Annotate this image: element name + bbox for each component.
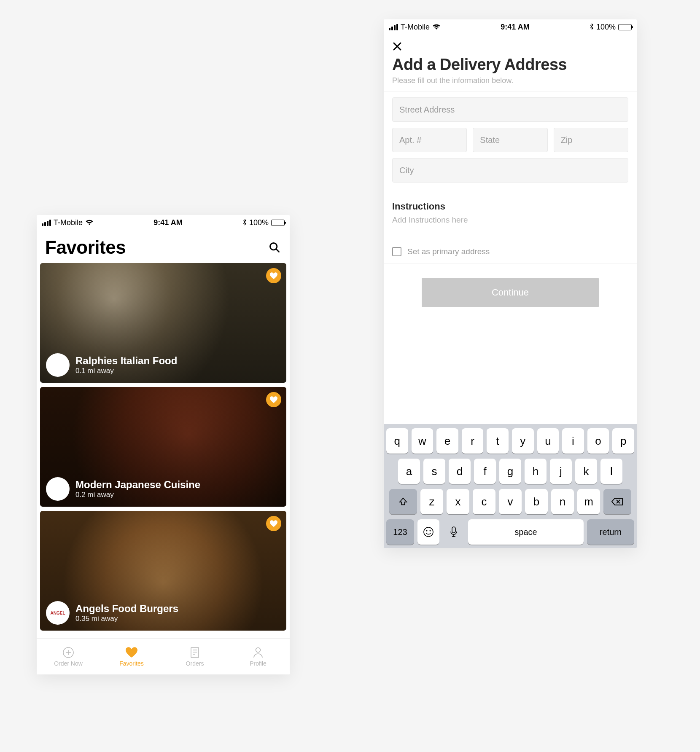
key-k[interactable]: k [575, 459, 597, 484]
key-row-3: z x c v b n m [386, 489, 634, 514]
key-h[interactable]: h [525, 459, 547, 484]
heart-icon [270, 272, 277, 279]
svg-rect-5 [191, 647, 199, 658]
key-f[interactable]: f [474, 459, 496, 484]
key-a[interactable]: a [398, 459, 420, 484]
receipt-icon [189, 647, 201, 658]
key-q[interactable]: q [386, 428, 408, 454]
clock-label: 9:41 AM [501, 23, 529, 32]
key-p[interactable]: p [612, 428, 634, 454]
zip-field[interactable]: Zip [554, 128, 628, 152]
restaurant-card[interactable]: Ralphies Italian Food 0.1 mi away [40, 263, 286, 383]
key-d[interactable]: d [449, 459, 471, 484]
backspace-key[interactable] [603, 489, 631, 514]
key-u[interactable]: u [537, 428, 559, 454]
space-key[interactable]: space [468, 519, 584, 545]
street-placeholder: Street Address [399, 105, 455, 115]
emoji-key[interactable] [417, 519, 439, 545]
apt-placeholder: Apt. # [399, 135, 421, 145]
key-s[interactable]: s [423, 459, 445, 484]
city-field[interactable]: City [392, 158, 628, 183]
restaurant-name: Ralphies Italian Food [75, 355, 177, 367]
backspace-icon [611, 497, 623, 506]
key-n[interactable]: n [551, 489, 574, 514]
tab-label: Order Now [54, 660, 83, 667]
restaurant-card[interactable]: Modern Japanese Cuisine 0.2 mi away [40, 387, 286, 507]
primary-label: Set as primary address [407, 247, 490, 256]
plus-circle-icon [62, 647, 74, 658]
continue-button[interactable]: Continue [422, 278, 599, 307]
key-v[interactable]: v [499, 489, 522, 514]
favorite-toggle[interactable] [266, 268, 281, 283]
signal-icon [42, 220, 51, 226]
shift-key[interactable] [389, 489, 417, 514]
favorite-toggle[interactable] [266, 516, 281, 531]
svg-point-9 [256, 647, 261, 652]
shift-icon [398, 497, 408, 506]
key-j[interactable]: j [550, 459, 572, 484]
favorite-toggle[interactable] [266, 392, 281, 407]
page-title: Favorites [45, 237, 126, 258]
tab-label: Profile [250, 660, 267, 667]
clock-label: 9:41 AM [153, 218, 182, 227]
favorites-list: Ralphies Italian Food 0.1 mi away Modern… [37, 263, 290, 631]
instructions-field[interactable]: Add Instructions here [384, 215, 637, 240]
key-e[interactable]: e [436, 428, 458, 454]
key-t[interactable]: t [487, 428, 509, 454]
address-form: Street Address Apt. # State Zip City [384, 91, 637, 194]
svg-line-1 [276, 249, 279, 252]
carrier-label: T-Mobile [401, 23, 430, 32]
key-o[interactable]: o [587, 428, 609, 454]
battery-pct-label: 100% [596, 23, 616, 32]
bluetooth-icon [242, 219, 247, 226]
key-m[interactable]: m [577, 489, 600, 514]
tab-label: Favorites [119, 660, 144, 667]
restaurant-logo [46, 477, 70, 501]
bluetooth-icon [590, 23, 594, 31]
tab-label: Orders [186, 660, 204, 667]
key-y[interactable]: y [512, 428, 534, 454]
search-button[interactable] [268, 241, 281, 254]
favorites-screen: T-Mobile 9:41 AM 100% Favorites [37, 215, 290, 674]
wifi-icon [432, 24, 441, 30]
numbers-key[interactable]: 123 [386, 519, 414, 545]
key-i[interactable]: i [562, 428, 584, 454]
restaurant-card[interactable]: ANGEL Angels Food Burgers 0.35 mi away [40, 511, 286, 631]
key-b[interactable]: b [525, 489, 548, 514]
tab-order-now[interactable]: Order Now [37, 639, 100, 674]
restaurant-distance: 0.35 mi away [75, 615, 178, 623]
tab-profile[interactable]: Profile [226, 639, 290, 674]
key-row-1: q w e r t y u i o p [386, 428, 634, 454]
apt-field[interactable]: Apt. # [392, 128, 467, 152]
continue-label: Continue [492, 287, 529, 298]
close-button[interactable] [392, 41, 628, 51]
restaurant-distance: 0.1 mi away [75, 367, 177, 375]
wifi-icon [85, 220, 94, 226]
street-field[interactable]: Street Address [392, 97, 628, 122]
tab-favorites[interactable]: Favorites [100, 639, 163, 674]
primary-address-row[interactable]: Set as primary address [384, 240, 637, 263]
key-row-2: a s d f g h j k l [386, 459, 634, 484]
key-x[interactable]: x [447, 489, 469, 514]
dictation-key[interactable] [443, 519, 465, 545]
status-bar: T-Mobile 9:41 AM 100% [37, 215, 290, 230]
key-r[interactable]: r [462, 428, 484, 454]
signal-icon [389, 24, 398, 30]
instructions-label: Instructions [384, 194, 637, 215]
battery-pct-label: 100% [249, 218, 269, 227]
ios-keyboard: q w e r t y u i o p a s d f g h j k l z [384, 424, 637, 548]
tab-bar: Order Now Favorites Orders Profile [37, 638, 290, 674]
battery-icon [618, 24, 632, 30]
state-field[interactable]: State [473, 128, 547, 152]
key-l[interactable]: l [600, 459, 622, 484]
status-bar: T-Mobile 9:41 AM 100% [384, 19, 637, 35]
primary-checkbox[interactable] [392, 247, 401, 256]
key-z[interactable]: z [420, 489, 443, 514]
key-w[interactable]: w [412, 428, 433, 454]
svg-point-14 [424, 527, 433, 537]
key-c[interactable]: c [473, 489, 495, 514]
modal-subtitle: Please fill out the information below. [392, 76, 628, 85]
tab-orders[interactable]: Orders [163, 639, 226, 674]
key-g[interactable]: g [499, 459, 521, 484]
return-key[interactable]: return [587, 519, 634, 545]
